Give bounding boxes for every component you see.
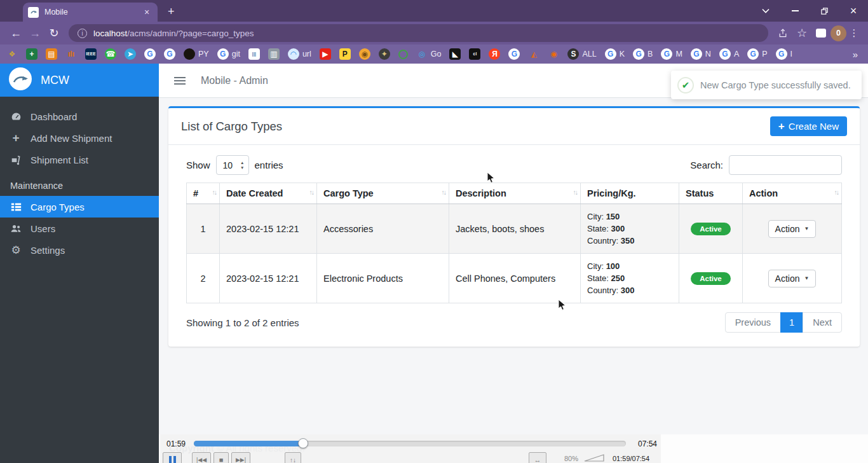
- bookmark-favicon[interactable]: GK: [605, 48, 625, 60]
- bookmark-favicon[interactable]: ➤: [125, 48, 136, 60]
- bookmark-favicon[interactable]: SALL: [567, 48, 596, 60]
- bookmark-favicon[interactable]: ◉: [548, 48, 559, 60]
- sidebar-item-settings[interactable]: ⚙ Settings: [0, 239, 159, 261]
- bookmark-favicon[interactable]: ❖: [6, 48, 18, 60]
- forward-icon[interactable]: →: [25, 24, 44, 43]
- bookmark-favicon[interactable]: Ggit: [217, 48, 240, 60]
- share-icon[interactable]: [773, 24, 792, 43]
- bookmark-favicon[interactable]: ◎Go: [416, 48, 442, 60]
- pagination-page-1[interactable]: 1: [780, 312, 803, 333]
- col-header-pricing[interactable]: Pricing/Kg.: [581, 183, 679, 204]
- col-header-cargo-type[interactable]: Cargo Type↑↓: [317, 183, 449, 204]
- search-label: Search:: [690, 160, 723, 170]
- profile-avatar[interactable]: 0: [831, 25, 846, 41]
- col-header-action[interactable]: Action↑↓: [743, 183, 842, 204]
- page-length-select[interactable]: 10 ▲▼: [216, 155, 249, 175]
- new-tab-button[interactable]: +: [168, 5, 175, 18]
- side-panel-icon[interactable]: [811, 24, 831, 43]
- browser-tab[interactable]: Mobile ×: [23, 3, 158, 22]
- select-spinner-icon: ▲▼: [240, 160, 244, 170]
- bookmark-favicon[interactable]: ◉: [359, 48, 370, 60]
- favicon-glyph: G: [164, 48, 175, 60]
- sort-icon[interactable]: ↑↓: [309, 188, 314, 196]
- bookmark-favicon[interactable]: Я: [489, 48, 500, 60]
- bookmark-favicon[interactable]: ▥: [268, 48, 280, 60]
- site-info-icon[interactable]: i: [78, 29, 87, 38]
- bookmark-favicon[interactable]: GP: [747, 48, 767, 60]
- favicon-glyph: G: [144, 48, 156, 60]
- stop-button[interactable]: ■: [214, 452, 229, 463]
- fit-width-button[interactable]: ↔: [529, 452, 546, 463]
- bookmark-favicon[interactable]: PY: [184, 48, 209, 60]
- browser-window: Mobile × + × ← → ↻ i localhost/acms/admi…: [0, 0, 868, 463]
- bookmark-favicon[interactable]: ◣: [449, 48, 461, 60]
- bookmark-favicon[interactable]: IEEE: [85, 48, 97, 60]
- action-dropdown-button[interactable]: Action▼: [768, 270, 817, 287]
- sort-icon[interactable]: ↑↓: [442, 188, 446, 196]
- sidebar-item-dashboard[interactable]: Dashboard: [0, 106, 159, 127]
- col-header-status[interactable]: Status: [679, 183, 743, 204]
- col-header-date-created[interactable]: Date Created↑↓: [220, 183, 317, 204]
- bookmark-favicon[interactable]: ◠url: [288, 48, 311, 60]
- bookmark-favicon[interactable]: +: [26, 48, 37, 60]
- bookmark-favicon[interactable]: ☎: [105, 48, 116, 60]
- window-minimize-button[interactable]: [780, 0, 810, 22]
- action-dropdown-button[interactable]: Action▼: [768, 220, 817, 238]
- pagination-next[interactable]: Next: [803, 312, 842, 333]
- bookmarks-overflow-icon[interactable]: »: [853, 49, 862, 60]
- scroll-mode-button[interactable]: ↑↓: [285, 452, 301, 463]
- sort-icon[interactable]: ↑↓: [834, 188, 839, 196]
- favicon-glyph: G: [605, 48, 616, 60]
- bookmark-favicon[interactable]: ◭: [528, 48, 539, 60]
- bookmark-star-icon[interactable]: ☆: [792, 24, 811, 43]
- bookmark-favicon[interactable]: cl: [469, 48, 480, 60]
- window-close-button[interactable]: ×: [839, 0, 868, 22]
- col-header-description[interactable]: Description↑↓: [449, 183, 581, 204]
- bookmark-favicon[interactable]: GI: [776, 48, 792, 60]
- seek-bar[interactable]: [194, 441, 626, 446]
- brand-header[interactable]: MCW: [0, 64, 159, 97]
- bookmark-favicon[interactable]: GA: [719, 48, 739, 60]
- search-input[interactable]: [729, 155, 842, 175]
- favicon-glyph: ➤: [125, 48, 136, 60]
- bookmark-label: PY: [198, 50, 209, 59]
- previous-button[interactable]: |◀◀: [192, 452, 211, 463]
- bookmark-favicon[interactable]: [398, 50, 408, 59]
- bookmark-favicon[interactable]: P: [339, 48, 351, 60]
- tab-search-chevron-icon[interactable]: [751, 0, 780, 22]
- bookmark-favicon[interactable]: ılı: [65, 48, 77, 60]
- sidebar-item-users[interactable]: Users: [0, 218, 159, 239]
- favicon-glyph: G: [217, 48, 229, 60]
- bookmark-favicon[interactable]: GN: [691, 48, 711, 60]
- sidebar-item-shipment-list[interactable]: Shipment List: [0, 149, 159, 170]
- bookmark-favicon[interactable]: ▶: [320, 48, 331, 60]
- sort-icon[interactable]: ↑↓: [212, 188, 217, 196]
- back-icon[interactable]: ←: [6, 24, 25, 43]
- bookmark-label: M: [675, 50, 682, 59]
- bookmark-favicon[interactable]: GB: [633, 48, 653, 60]
- col-header-num[interactable]: #↑↓: [187, 183, 220, 204]
- bookmark-favicon[interactable]: ▤: [46, 48, 57, 60]
- bookmark-favicon[interactable]: GM: [661, 48, 682, 60]
- url-bar[interactable]: i localhost/acms/admin/?page=cargo_types: [69, 24, 768, 42]
- window-restore-button[interactable]: [810, 0, 839, 22]
- sidebar-item-cargo-types[interactable]: Cargo Types: [0, 196, 159, 218]
- tab-close-icon[interactable]: ×: [141, 7, 153, 17]
- sidebar-item-add-new-shipment[interactable]: + Add New Shipment: [0, 127, 159, 149]
- bookmark-favicon[interactable]: G: [164, 48, 175, 60]
- bookmark-favicon[interactable]: G: [508, 48, 520, 60]
- reload-icon[interactable]: ↻: [44, 24, 64, 43]
- seek-knob[interactable]: [298, 438, 308, 448]
- create-new-button[interactable]: + Create New: [770, 116, 847, 136]
- bookmark-favicon[interactable]: ✦: [379, 48, 390, 60]
- pause-button[interactable]: [163, 452, 182, 463]
- bookmark-favicon[interactable]: G: [144, 48, 156, 60]
- sort-icon[interactable]: ↑↓: [573, 188, 578, 196]
- bookmark-favicon[interactable]: |||: [248, 48, 260, 60]
- pagination-previous[interactable]: Previous: [725, 312, 781, 333]
- browser-menu-icon[interactable]: ⋮: [846, 27, 862, 39]
- hamburger-menu-icon[interactable]: [174, 77, 186, 85]
- volume-icon[interactable]: [583, 453, 606, 463]
- next-button[interactable]: ▶▶|: [231, 452, 250, 463]
- toast-notification[interactable]: ✔ New Cargo Type successfully saved.: [671, 71, 862, 99]
